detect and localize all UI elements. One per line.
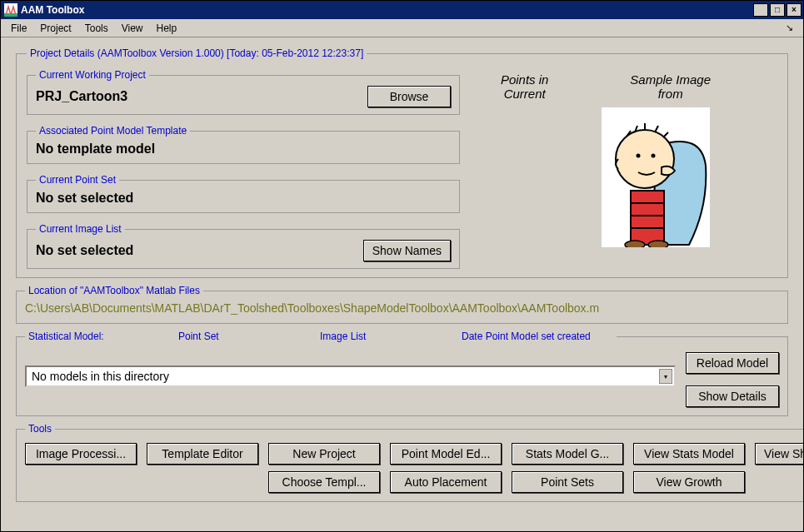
svg-point-6 bbox=[616, 130, 674, 188]
cps-legend: Current Point Set bbox=[36, 174, 119, 186]
title-bar: AAM Toolbox _ □ × bbox=[1, 1, 803, 19]
apmt-legend: Associated Point Model Template bbox=[36, 125, 190, 137]
choose-template-button[interactable]: Choose Templ... bbox=[268, 471, 380, 493]
stat-h1: Statistical Model: bbox=[28, 331, 178, 342]
menu-help[interactable]: Help bbox=[150, 22, 184, 34]
menu-view[interactable]: View bbox=[115, 22, 150, 34]
location-path: C:\Users\AB\Documents\MATLAB\DArT_Toolsh… bbox=[25, 300, 779, 316]
show-names-button[interactable]: Show Names bbox=[363, 240, 451, 261]
view-shape-space-button[interactable]: View Shape Space bbox=[755, 443, 804, 465]
current-point-set-group: Current Point Set No set selected bbox=[27, 174, 460, 213]
client-area: Project Details (AAMToolbox Version 1.00… bbox=[1, 37, 803, 531]
show-details-button[interactable]: Show Details bbox=[686, 385, 779, 407]
stat-h2: Point Set bbox=[178, 331, 320, 342]
template-editor-button[interactable]: Template Editor bbox=[147, 443, 258, 465]
view-stats-model-button[interactable]: View Stats Model bbox=[633, 443, 745, 465]
cil-legend: Current Image List bbox=[36, 223, 125, 235]
menu-project[interactable]: Project bbox=[33, 22, 77, 34]
model-dropdown[interactable]: No models in this directory ▾ bbox=[25, 365, 676, 387]
associated-template-group: Associated Point Model Template No templ… bbox=[27, 125, 460, 164]
svg-point-9 bbox=[625, 241, 645, 247]
project-details-legend: Project Details (AAMToolbox Version 1.00… bbox=[27, 47, 367, 59]
model-dropdown-value: No models in this directory bbox=[32, 370, 169, 383]
new-project-button[interactable]: New Project bbox=[268, 443, 380, 465]
point-model-editor-button[interactable]: Point Model Ed... bbox=[390, 443, 502, 465]
menu-file[interactable]: File bbox=[4, 22, 33, 34]
tools-legend: Tools bbox=[25, 423, 55, 435]
point-sets-button[interactable]: Point Sets bbox=[512, 471, 623, 493]
menu-bar: File Project Tools View Help ↘ bbox=[1, 19, 803, 37]
cil-value: No set selected bbox=[36, 243, 363, 258]
sample-image-label: Sample Image from bbox=[630, 72, 711, 101]
svg-rect-1 bbox=[4, 13, 17, 17]
browse-button[interactable]: Browse bbox=[367, 86, 451, 107]
app-icon bbox=[4, 3, 17, 17]
location-group: Location of "AAMToolbox" Matlab Files C:… bbox=[16, 285, 788, 324]
tools-group: Tools Image Processi... Template Editor … bbox=[16, 423, 804, 502]
current-image-list-group: Current Image List No set selected Show … bbox=[27, 223, 460, 269]
points-in-label: Points in Current bbox=[501, 72, 549, 101]
reload-model-button[interactable]: Reload Model bbox=[686, 352, 779, 374]
cps-value: No set selected bbox=[36, 191, 451, 206]
maximize-button[interactable]: □ bbox=[770, 3, 785, 17]
close-button[interactable]: × bbox=[787, 3, 802, 17]
chevron-down-icon: ▾ bbox=[659, 369, 672, 384]
current-working-project-group: Current Working Project PRJ_Cartoon3 Bro… bbox=[27, 69, 460, 115]
window-title: AAM Toolbox bbox=[21, 4, 84, 16]
apmt-value: No template model bbox=[36, 142, 451, 157]
stat-h4: Date Point Model set created bbox=[462, 331, 591, 342]
menu-tools[interactable]: Tools bbox=[78, 22, 115, 34]
location-legend: Location of "AAMToolbox" Matlab Files bbox=[25, 285, 203, 296]
view-growth-button[interactable]: View Growth bbox=[633, 471, 745, 493]
svg-point-7 bbox=[637, 154, 641, 158]
svg-point-8 bbox=[652, 154, 656, 158]
menu-corner-icon[interactable]: ↘ bbox=[779, 22, 800, 33]
stats-model-g-button[interactable]: Stats Model G... bbox=[512, 443, 623, 465]
cwp-value: PRJ_Cartoon3 bbox=[36, 89, 367, 104]
project-details-group: Project Details (AAMToolbox Version 1.00… bbox=[16, 47, 788, 278]
statistical-model-group: Statistical Model: Point Set Image List … bbox=[16, 331, 788, 416]
minimize-button[interactable]: _ bbox=[753, 3, 768, 17]
image-processing-button[interactable]: Image Processi... bbox=[25, 443, 137, 465]
svg-point-10 bbox=[648, 241, 668, 247]
stat-h3: Image List bbox=[320, 331, 462, 342]
sample-image bbox=[602, 107, 710, 247]
auto-placement-button[interactable]: Auto Placement bbox=[390, 471, 502, 493]
cwp-legend: Current Working Project bbox=[36, 69, 149, 81]
